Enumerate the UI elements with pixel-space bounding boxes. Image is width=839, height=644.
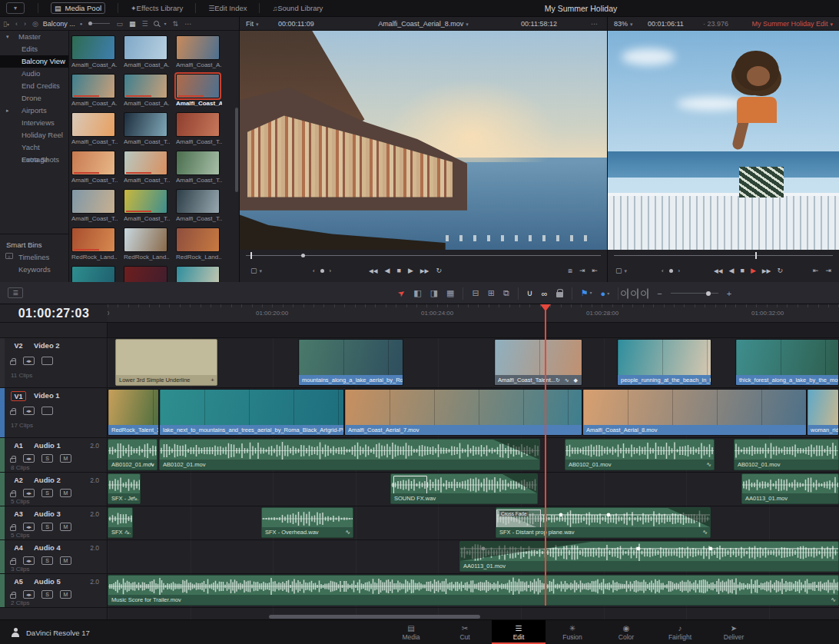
auto-select-icon[interactable]: ◂▸ xyxy=(23,556,35,565)
media-clip-thumbnail[interactable] xyxy=(124,227,167,252)
timeline-clip[interactable]: Amalfi_Coast_Aerial_8.mov xyxy=(582,389,807,436)
snapping[interactable]: ∪ xyxy=(527,288,533,298)
page-button-media[interactable]: ▤Media xyxy=(384,620,438,644)
stop-icon[interactable]: ■ xyxy=(740,267,744,274)
auto-select-icon[interactable]: ◂▸ xyxy=(23,590,35,599)
track-lane-a4[interactable]: AA0113_01.mov xyxy=(108,540,839,574)
lock-icon[interactable] xyxy=(10,410,16,415)
zoom-full-extent[interactable] xyxy=(627,289,628,298)
filmstrip-view-icon[interactable]: ▭ xyxy=(116,20,123,28)
media-clip-thumbnail[interactable] xyxy=(71,35,115,60)
zoom-out[interactable]: − xyxy=(657,289,662,298)
play-reverse-icon[interactable]: ◀ xyxy=(385,267,390,274)
last-frame-icon[interactable]: ▶▶ xyxy=(762,267,771,274)
first-frame-icon[interactable]: ◀◀ xyxy=(369,267,378,274)
loop-icon[interactable]: ↻ xyxy=(777,267,783,274)
media-clip-thumbnail[interactable] xyxy=(176,189,220,214)
timeline-clip[interactable]: Amalfi_Coast_Talent...↻ ∿ ◆ xyxy=(494,339,582,386)
timeline-clip[interactable]: AB0102_01.mov∿ xyxy=(565,439,715,470)
lock-icon[interactable] xyxy=(10,360,16,365)
timeline-clip[interactable]: woman_ridi... xyxy=(807,389,839,436)
sidebar-item-end-credits[interactable]: End Credits xyxy=(0,80,68,92)
panel-tab-edit-index[interactable]: ☰Edit Index xyxy=(201,0,254,17)
track-lane-v2[interactable]: Lower 3rd Simple Underline+mountains_alo… xyxy=(108,338,839,388)
track-lane-a5[interactable]: Music Score for Trailer.mov∿ xyxy=(108,574,839,608)
sidebar-item-edits[interactable]: Edits xyxy=(0,43,68,55)
timeline-clip[interactable]: AB0102_01.mov xyxy=(734,439,839,470)
lock-icon[interactable] xyxy=(10,493,16,497)
panel-tab-effects-library[interactable]: ✦Effects Library xyxy=(124,0,190,17)
razor-tool[interactable]: ▦ xyxy=(446,288,454,298)
timeline-clip[interactable]: AA0113_01.mov xyxy=(459,541,839,572)
media-clip-thumbnail[interactable] xyxy=(71,266,115,282)
track-header-a3[interactable]: A3Audio 32.0◂▸SM5 Clips xyxy=(0,506,107,540)
sort-icon[interactable]: ⇅ xyxy=(173,20,179,28)
sidebar-item-holiday-reel[interactable]: Holiday Reel xyxy=(0,129,68,141)
dynamic-trim-mode[interactable]: ◨ xyxy=(430,288,438,298)
track-lane-a3[interactable]: SFX -...∿SFX - Overhead.wav∿Cross FadeSF… xyxy=(108,506,839,540)
sidebar-item-master[interactable]: ▾Master xyxy=(0,31,68,43)
media-clip-thumbnail[interactable] xyxy=(176,266,220,282)
page-button-deliver[interactable]: ➤Deliver xyxy=(707,620,761,644)
selection-tool[interactable]: ➤ xyxy=(396,287,407,300)
track-badge-a3[interactable]: A3 xyxy=(11,510,26,520)
timeline-horizontal-scrollbar[interactable] xyxy=(269,615,480,619)
scrub-playhead[interactable] xyxy=(755,252,757,259)
mute-button[interactable]: M xyxy=(60,523,71,531)
track-lane-a2[interactable]: SFX - Je...∿SOUND FX.wavAA0113_01.mov xyxy=(108,473,839,506)
enable-video-icon[interactable] xyxy=(41,407,53,415)
track-badge-a1[interactable]: A1 xyxy=(11,441,26,451)
sidebar-item-balcony-view[interactable]: Balcony View xyxy=(0,55,68,68)
track-header-a4[interactable]: A4Audio 42.0◂▸SM3 Clips xyxy=(0,540,107,574)
track-badge-a5[interactable]: A5 xyxy=(11,577,26,587)
jog-right-icon[interactable]: › xyxy=(678,267,681,274)
track-header-v1[interactable]: V1Video 1◂▸17 Clips xyxy=(0,388,107,438)
last-frame-icon[interactable]: ▶▶ xyxy=(420,267,429,274)
fade-handle-icon[interactable]: ∿ xyxy=(124,527,130,537)
zoom-slider[interactable] xyxy=(671,293,718,294)
search-chevron-icon[interactable]: ▾ xyxy=(164,21,167,26)
zoom-custom[interactable] xyxy=(647,289,648,298)
timeline-scrubber[interactable] xyxy=(608,250,839,261)
play-icon[interactable]: ▶ xyxy=(751,267,756,274)
back-icon[interactable]: ‹ xyxy=(15,20,18,28)
timeline-ruler[interactable]: 01:00:16:0001:00:20:0001:00:24:0001:00:2… xyxy=(108,304,839,323)
lock-icon[interactable] xyxy=(10,560,16,565)
media-clip-thumbnail[interactable] xyxy=(71,151,115,175)
fade-handle-icon[interactable]: ∿ xyxy=(132,493,138,503)
position-lock[interactable] xyxy=(556,288,563,299)
fade-handle-icon[interactable]: ∿ xyxy=(345,527,350,537)
mute-button[interactable]: M xyxy=(60,489,71,497)
track-lane-a1[interactable]: AB0102_01.mov∿AB0102_01.movAB0102_01.mov… xyxy=(108,438,839,473)
timeline-clip[interactable]: SFX - Je...∿ xyxy=(108,473,141,504)
track-header-v2[interactable]: V2Video 2◂▸11 Clips xyxy=(0,338,107,388)
goto-in-icon[interactable]: ⇥ xyxy=(579,267,585,274)
solo-button[interactable]: S xyxy=(41,454,53,463)
track-badge-a4[interactable]: A4 xyxy=(11,543,26,553)
window-layout-toggle[interactable]: ▾ xyxy=(6,2,25,14)
panel-collapse-icon[interactable]: ▯▾ xyxy=(3,20,9,28)
aspect-overlay-icon[interactable]: ▢▾ xyxy=(615,267,627,274)
scrub-playhead[interactable] xyxy=(301,254,305,257)
marker[interactable]: ●▾ xyxy=(601,289,610,298)
playhead-marker[interactable] xyxy=(540,304,551,311)
timeline-viewer-canvas[interactable] xyxy=(608,31,839,250)
source-scrubber[interactable] xyxy=(240,250,607,261)
sidebar-item-timelines[interactable]: ≡Timelines xyxy=(0,251,68,264)
auto-select-icon[interactable]: ◂▸ xyxy=(23,407,35,415)
more-options-icon[interactable]: ⋯ xyxy=(184,20,191,28)
media-clip-thumbnail[interactable] xyxy=(71,112,115,137)
goto-out-icon[interactable]: ⇤ xyxy=(592,267,598,274)
sidebar-item-keywords[interactable]: Keywords xyxy=(0,264,68,276)
timeline-name-select[interactable]: My Summer Holiday Edit▾ xyxy=(751,17,833,31)
fade-handle-icon[interactable]: ∿ xyxy=(149,460,154,470)
source-more-icon[interactable]: ⋯ xyxy=(591,17,598,31)
current-bin-label[interactable]: Balcony ... xyxy=(43,20,75,28)
insert-clip[interactable]: ⊟ xyxy=(472,288,479,298)
jog-right-icon[interactable]: › xyxy=(330,267,332,274)
jog-dot-icon[interactable] xyxy=(320,269,324,273)
scrub-in-handle[interactable] xyxy=(250,252,252,259)
timeline-clip[interactable]: AA0113_01.mov xyxy=(741,473,839,504)
fade-handle-icon[interactable]: ∿ xyxy=(831,595,836,605)
next-edit-icon[interactable]: ⇥ xyxy=(825,267,831,274)
